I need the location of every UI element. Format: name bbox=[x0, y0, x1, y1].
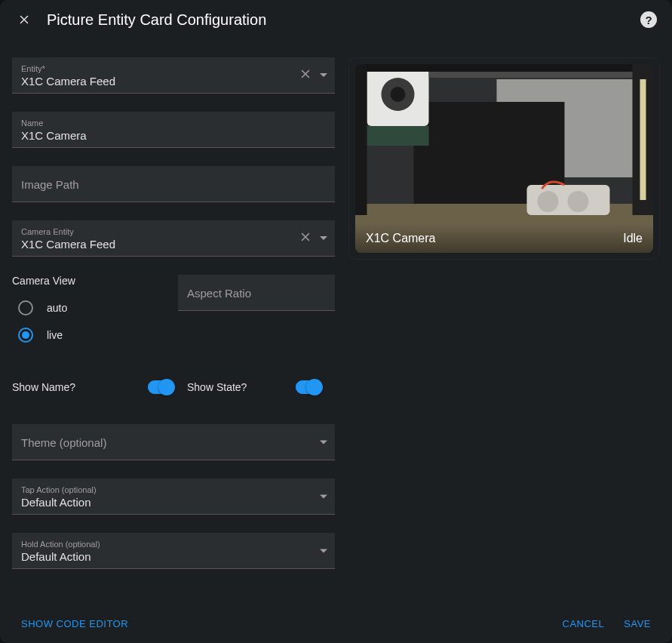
close-icon bbox=[17, 13, 31, 26]
svg-point-6 bbox=[568, 191, 589, 212]
radio-icon bbox=[18, 300, 33, 315]
image-path-label: Image Path bbox=[21, 178, 326, 191]
camera-view-label: Camera View bbox=[12, 275, 164, 287]
clear-camera-entity-button[interactable] bbox=[299, 230, 312, 247]
preview-wrapper: X1C Camera Idle bbox=[348, 57, 660, 260]
camera-entity-value: X1C Camera Feed bbox=[21, 238, 326, 251]
save-button[interactable]: SAVE bbox=[624, 618, 651, 629]
entity-label: Entity* bbox=[21, 64, 326, 73]
hold-action-label: Hold Action (optional) bbox=[21, 540, 326, 549]
name-field[interactable]: Name X1C Camera bbox=[12, 112, 335, 148]
chevron-down-icon bbox=[320, 549, 327, 552]
camera-view-row: Camera View auto live Aspect Ratio bbox=[12, 275, 335, 349]
preview-column: X1C Camera Idle bbox=[348, 57, 660, 608]
chevron-down-icon bbox=[320, 494, 327, 498]
preview-card[interactable]: X1C Camera Idle bbox=[355, 64, 653, 253]
radio-live[interactable]: live bbox=[12, 322, 164, 349]
help-icon: ? bbox=[645, 14, 652, 26]
clear-entity-button[interactable] bbox=[299, 67, 312, 84]
hold-action-field[interactable]: Hold Action (optional) Default Action bbox=[12, 533, 335, 569]
svg-rect-11 bbox=[355, 64, 653, 72]
svg-rect-15 bbox=[355, 64, 367, 215]
cancel-button[interactable]: CANCEL bbox=[563, 618, 605, 629]
dialog-body: Entity* X1C Camera Feed Name X1C Camera … bbox=[0, 39, 672, 608]
theme-label: Theme (optional) bbox=[21, 436, 326, 449]
show-state-toggle[interactable] bbox=[296, 380, 321, 394]
svg-point-5 bbox=[538, 191, 559, 212]
camera-entity-field[interactable]: Camera Entity X1C Camera Feed bbox=[12, 220, 335, 257]
dialog-title: Picture Entity Card Configuration bbox=[47, 11, 627, 29]
camera-entity-label: Camera Entity bbox=[21, 227, 326, 236]
show-name-label: Show Name? bbox=[12, 381, 148, 393]
show-state-label: Show State? bbox=[187, 381, 296, 393]
svg-point-9 bbox=[391, 87, 406, 102]
entity-field[interactable]: Entity* X1C Camera Feed bbox=[12, 57, 335, 94]
switch-row: Show Name? Show State? bbox=[12, 380, 335, 394]
name-value: X1C Camera bbox=[21, 129, 326, 142]
radio-icon bbox=[18, 328, 33, 343]
tap-action-field[interactable]: Tap Action (optional) Default Action bbox=[12, 478, 335, 515]
hold-action-value: Default Action bbox=[21, 550, 326, 563]
preview-name: X1C Camera bbox=[366, 232, 435, 245]
radio-auto[interactable]: auto bbox=[12, 294, 164, 322]
radio-live-label: live bbox=[47, 329, 63, 341]
theme-field[interactable]: Theme (optional) bbox=[12, 424, 335, 460]
aspect-ratio-field[interactable]: Aspect Ratio bbox=[178, 275, 335, 311]
svg-rect-10 bbox=[367, 126, 429, 146]
entity-value: X1C Camera Feed bbox=[21, 75, 326, 88]
preview-state: Idle bbox=[623, 232, 643, 245]
dialog-footer: SHOW CODE EDITOR CANCEL SAVE bbox=[0, 608, 672, 643]
aspect-ratio-label: Aspect Ratio bbox=[187, 287, 326, 300]
image-path-field[interactable]: Image Path bbox=[12, 166, 335, 202]
tap-action-label: Tap Action (optional) bbox=[21, 485, 326, 494]
close-button[interactable] bbox=[15, 11, 33, 29]
radio-auto-label: auto bbox=[47, 302, 67, 314]
help-button[interactable]: ? bbox=[640, 11, 657, 28]
chevron-down-icon bbox=[320, 73, 327, 77]
tap-action-value: Default Action bbox=[21, 496, 326, 509]
dialog-header: Picture Entity Card Configuration ? bbox=[0, 0, 672, 39]
svg-rect-14 bbox=[640, 79, 646, 200]
preview-footer: X1C Camera Idle bbox=[355, 224, 653, 253]
svg-rect-12 bbox=[429, 72, 654, 78]
config-dialog: Picture Entity Card Configuration ? Enti… bbox=[0, 0, 672, 643]
chevron-down-icon bbox=[320, 440, 327, 444]
form-column: Entity* X1C Camera Feed Name X1C Camera … bbox=[12, 57, 335, 608]
chevron-down-icon bbox=[320, 236, 327, 240]
show-code-editor-button[interactable]: SHOW CODE EDITOR bbox=[21, 618, 128, 629]
name-label: Name bbox=[21, 118, 326, 128]
show-name-toggle[interactable] bbox=[148, 380, 173, 394]
